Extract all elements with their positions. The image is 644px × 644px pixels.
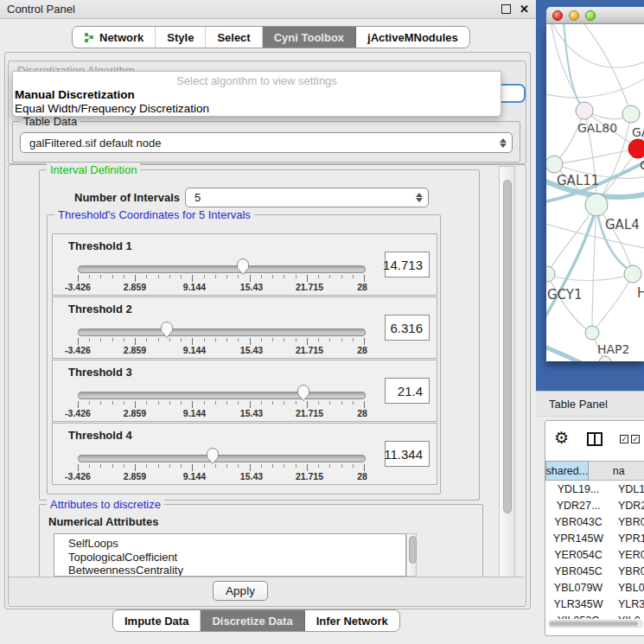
slider-ruler <box>78 401 365 408</box>
table-header: shared... na <box>545 461 644 481</box>
mac-close-button[interactable] <box>552 10 563 21</box>
table-rows: YDL19...YDL1 YDR27...YDR2 YBR043CYBR0 YP… <box>545 481 644 619</box>
table-panel-titlebar: Table Panel <box>536 391 644 417</box>
table-row[interactable]: YBR043CYBR0 <box>545 513 644 530</box>
list-item[interactable]: TopologicalCoefficient <box>68 551 405 564</box>
node-label: GAL80 <box>577 121 617 135</box>
tab-network[interactable]: Network <box>73 27 156 48</box>
node-label: C <box>640 158 644 172</box>
node-label: GCY1 <box>547 287 583 303</box>
node-gcy1 <box>546 266 555 282</box>
number-of-intervals-value: 5 <box>194 191 201 204</box>
list-item[interactable]: SelfLoops <box>68 537 405 551</box>
threshold-4-value[interactable]: 11.344 <box>385 441 430 467</box>
node-gal80 <box>576 102 593 119</box>
threshold-2-slider[interactable] <box>78 328 366 336</box>
interval-definition-box: Interval Definition Number of Intervals … <box>39 169 480 501</box>
slider-ruler <box>78 338 365 345</box>
tab-style[interactable]: Style <box>156 27 206 48</box>
table-row[interactable]: YDL19...YDL1 <box>545 481 644 497</box>
slider-thumb[interactable] <box>160 321 174 340</box>
columns-icon[interactable] <box>587 432 603 446</box>
table-toolbar: ⚙ ✓ ✓ <box>545 421 644 461</box>
float-window-icon[interactable] <box>501 4 511 14</box>
slider-thumb[interactable] <box>206 447 220 466</box>
slider-thumb[interactable] <box>296 384 310 403</box>
table-row[interactable]: YBL079WYBL0 <box>545 579 644 596</box>
network-graph: GAL80 GA C GAL11 GAL4 GCY1 H HAP2 <box>546 24 644 361</box>
mac-minimize-button[interactable] <box>569 10 579 21</box>
dropdown-option-equal-width[interactable]: Equal Width/Frequency Discretization <box>13 102 501 116</box>
tab-network-label: Network <box>99 31 143 44</box>
interval-definition-title: Interval Definition <box>47 163 140 176</box>
node-label: GAL4 <box>605 217 640 233</box>
chevron-updown-icon <box>500 138 507 148</box>
close-icon[interactable]: ✕ <box>520 3 529 15</box>
table-row[interactable]: YDR27...YDR2 <box>545 497 644 513</box>
table-row[interactable]: YIL052CYIL0 <box>545 612 644 619</box>
threshold-2-label: Threshold 2 <box>68 303 132 316</box>
threshold-1-value[interactable]: 14.713 <box>385 252 430 277</box>
table-data-label: Table Data <box>20 115 80 128</box>
slider-ruler <box>78 464 365 471</box>
table-data-value: galFiltered.sif default node <box>29 137 161 150</box>
app-window: Control Panel ✕ Network Style Select Cyn… <box>0 0 644 644</box>
checkbox-icon[interactable]: ✓ <box>631 435 640 443</box>
threshold-1-slider[interactable] <box>78 265 366 273</box>
threshold-3-slider[interactable] <box>78 392 366 399</box>
node-h <box>624 265 641 283</box>
network-window-titlebar[interactable] <box>546 7 644 24</box>
table-row[interactable]: YER054CYER0 <box>545 546 644 563</box>
column-header-name[interactable]: na <box>589 461 644 481</box>
node-hap2 <box>585 326 599 340</box>
network-view-canvas[interactable]: GAL80 GA C GAL11 GAL4 GCY1 H HAP2 <box>546 24 644 361</box>
table-row[interactable]: YBR045CYBR0 <box>545 563 644 579</box>
threshold-2-value[interactable]: 6.316 <box>385 315 430 341</box>
network-icon <box>84 32 94 43</box>
tab-impute-data[interactable]: Impute Data <box>113 610 201 631</box>
thresholds-title: Threshold's Coordinates for 5 Intervals <box>54 208 254 221</box>
dropdown-option-manual[interactable]: Manual Discretization <box>13 88 501 102</box>
cyni-mode-tabs: Impute Data Discretize Data Infer Networ… <box>112 609 400 632</box>
settings-scrollbar[interactable] <box>499 166 515 603</box>
threshold-4-slider[interactable] <box>78 455 366 462</box>
numerical-attributes-heading: Numerical Attributes <box>48 515 158 528</box>
number-of-intervals-combobox[interactable]: 5 <box>185 188 429 207</box>
tab-discretize-data[interactable]: Discretize Data <box>201 610 304 631</box>
threshold-4-row: Threshold 4 -3.426 2.859 9.144 15.43 21.… <box>52 423 437 485</box>
tab-cyni-toolbox[interactable]: Cyni Toolbox <box>263 27 356 48</box>
tab-jactivemnodules[interactable]: jActiveMNodules <box>356 27 469 48</box>
chevron-updown-icon <box>416 193 423 202</box>
node-red-selected <box>628 139 644 158</box>
node-label: GA <box>632 125 644 139</box>
gear-icon[interactable]: ⚙ <box>554 430 569 446</box>
node-label: H <box>637 285 644 301</box>
node-label: HAP2 <box>597 342 629 356</box>
node-gal4 <box>585 194 608 216</box>
attributes-list-scrollbar[interactable] <box>406 533 417 577</box>
numerical-attributes-list[interactable]: SelfLoops TopologicalCoefficient Between… <box>54 533 406 577</box>
tab-select[interactable]: Select <box>206 27 262 48</box>
tab-infer-network[interactable]: Infer Network <box>305 610 399 631</box>
node-label: GAL11 <box>557 173 599 188</box>
apply-strip: Apply <box>9 577 524 605</box>
node-bottom-partial <box>599 356 611 361</box>
table-panel: ⚙ ✓ ✓ shared... na YDL19...YDL1 YDR27...… <box>545 420 644 636</box>
panel-title: Control Panel <box>7 3 75 16</box>
table-row[interactable]: YPR145WYPR1 <box>545 530 644 546</box>
list-item[interactable]: BetweennessCentrality <box>68 564 405 577</box>
table-data-box: Table Data galFiltered.sif default node <box>12 121 520 163</box>
table-row[interactable]: YLR345WYLR3 <box>545 596 644 612</box>
threshold-3-value[interactable]: 21.4 <box>385 378 430 404</box>
node-gal11 <box>546 156 563 173</box>
checkbox-icon[interactable]: ✓ <box>620 435 628 443</box>
control-panel-titlebar: Control Panel ✕ <box>0 0 536 19</box>
dropdown-prompt: Select algorithm to view settings <box>13 74 501 88</box>
table-data-combobox[interactable]: galFiltered.sif default node <box>20 132 513 153</box>
column-header-shared[interactable]: shared... <box>545 461 589 481</box>
table-horizontal-scrollbar[interactable] <box>548 620 643 628</box>
mac-zoom-button[interactable] <box>585 10 596 21</box>
slider-thumb[interactable] <box>236 258 250 277</box>
threshold-2-row: Threshold 2 -3.426 2.859 9.144 15.43 21.… <box>52 296 437 359</box>
apply-button[interactable]: Apply <box>213 581 268 601</box>
